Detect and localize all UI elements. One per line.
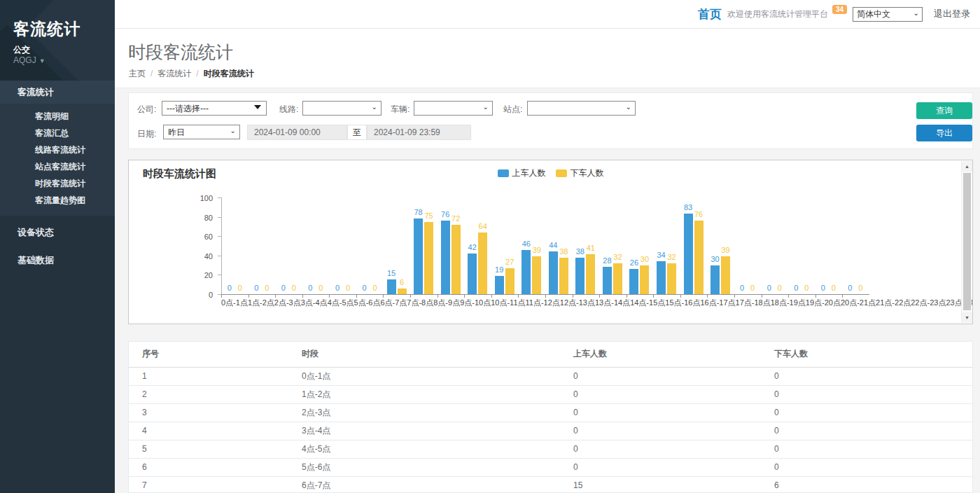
topbar: 首页 欢迎使用客流统计管理平台 34 简体中文 ⌄ 退出登录 [115,0,980,29]
bar-group: 00 [302,197,330,294]
bar[interactable] [640,265,649,294]
y-axis-tick-label: 40 [192,252,213,261]
date-end-input[interactable] [367,125,471,140]
bar-value-label: 0 [254,284,258,292]
bar[interactable] [478,232,487,294]
bar[interactable] [532,256,541,294]
language-select[interactable]: 简体中文 [853,7,923,22]
date-label: 日期: [137,128,156,140]
breadcrumb-home[interactable]: 主页 [129,69,146,78]
bar-value-label: 34 [657,251,665,259]
table-cell: 7 [129,476,288,493]
bar-value-label: 0 [832,284,836,292]
table-row[interactable]: 43点-4点00 [129,422,972,440]
bar[interactable] [613,263,622,294]
x-axis-tick-label: 15点-16点 [665,299,700,307]
bar[interactable] [721,256,730,294]
bar[interactable] [710,265,720,294]
table-header-cell: 序号 [129,342,288,367]
sidebar-item-base-data[interactable]: 基础数据 [0,249,115,272]
table-cell: 5 [129,440,288,458]
x-axis-tick-label: 4点-5点 [328,299,354,307]
bar[interactable] [559,258,568,294]
sidebar-item-passenger-stats[interactable]: 客流统计 [0,81,115,104]
sidebar-item-device-status[interactable]: 设备状态 [0,221,115,244]
table-row[interactable]: 32点-3点00 [129,403,972,422]
table-cell: 6 [761,476,972,493]
x-axis-tick-label: 21点-22点 [876,299,911,307]
bar[interactable] [694,221,704,294]
table-row[interactable]: 76点-7点156 [129,476,972,493]
bar[interactable] [684,214,693,294]
sidebar-item-station-stats[interactable]: 站点客流统计 [0,158,115,175]
breadcrumb-section[interactable]: 客流统计 [158,69,191,78]
company-select[interactable]: ---请选择--- [162,101,267,116]
bar-group: 00 [734,197,761,294]
x-axis-tick-label: 22点-23点 [911,299,946,307]
org-code-dropdown[interactable]: AQGJ▼ [13,55,46,65]
bar[interactable] [549,251,558,294]
sidebar-item-period-stats[interactable]: 时段客流统计 [0,175,115,192]
x-axis-tick-label: 13点-14点 [595,299,630,307]
vehicle-select[interactable] [414,101,493,116]
bar[interactable] [441,221,450,294]
scroll-up-arrow-icon[interactable]: ▲ [962,161,972,172]
bar[interactable] [657,261,666,294]
date-start-input[interactable] [247,125,347,140]
logout-link[interactable]: 退出登录 [934,8,970,20]
welcome-text: 欢迎使用客流统计管理平台 [727,8,828,20]
table-row[interactable]: 10点-1点00 [129,367,972,385]
bar[interactable] [424,222,433,295]
scroll-down-arrow-icon[interactable]: ▼ [962,312,972,323]
sidebar-item-passenger-summary[interactable]: 客流汇总 [0,125,115,141]
sidebar-item-trend-chart[interactable]: 客流量趋势图 [0,192,115,209]
table-row[interactable]: 21点-2点00 [129,385,972,403]
table-row[interactable]: 65点-6点00 [129,458,972,476]
notification-badge[interactable]: 34 [832,5,847,14]
bar-wrap: 15 [387,197,396,294]
bar-wrap: 0 [829,197,838,294]
query-button[interactable]: 查询 [916,102,972,119]
scrollbar-thumb[interactable] [963,173,971,310]
bar-wrap: 0 [748,197,757,294]
table-row[interactable]: 54点-5点00 [129,440,972,458]
x-axis-tick-label: 2点-3点 [274,299,301,307]
bar[interactable] [468,254,477,294]
bar[interactable] [586,254,595,294]
bar[interactable] [505,268,514,294]
table-cell: 0点-1点 [288,367,560,385]
bar[interactable] [414,218,423,294]
bar-group: 00 [221,197,248,294]
station-select[interactable] [527,101,636,116]
breadcrumb-current: 时段客流统计 [204,69,254,78]
chart-legend: 上车人数下车人数 [498,167,604,179]
bar[interactable] [387,279,396,294]
bar-group: 7875 [410,197,438,294]
bar-wrap: 0 [235,197,244,294]
bar[interactable] [667,263,676,294]
bar[interactable] [495,276,504,294]
chart-vertical-scrollbar[interactable]: ▲ ▼ [961,161,972,323]
bar-value-label: 38 [559,248,568,256]
table-cell: 6点-7点 [288,476,560,493]
bar[interactable] [575,258,584,294]
date-preset-select[interactable]: 昨日 [163,125,240,139]
export-button[interactable]: 导出 [916,125,972,141]
line-select[interactable] [302,101,382,116]
table-cell: 0 [560,458,761,476]
bar-wrap: 0 [802,197,811,294]
bar[interactable] [398,289,407,294]
legend-item[interactable]: 下车人数 [556,167,604,179]
bar[interactable] [522,250,531,294]
home-link[interactable]: 首页 [698,6,722,22]
sidebar-item-line-stats[interactable]: 线路客流统计 [0,141,115,158]
sidebar-item-passenger-detail[interactable]: 客流明细 [0,108,115,125]
legend-item[interactable]: 上车人数 [498,167,546,179]
table-cell: 15 [560,476,761,493]
bar[interactable] [451,225,461,294]
table-header-cell: 上车人数 [560,342,761,367]
bar[interactable] [603,267,612,294]
bar-group: 7672 [437,197,464,294]
bar[interactable] [629,269,638,294]
page-title: 时段客流统计 [128,41,233,64]
